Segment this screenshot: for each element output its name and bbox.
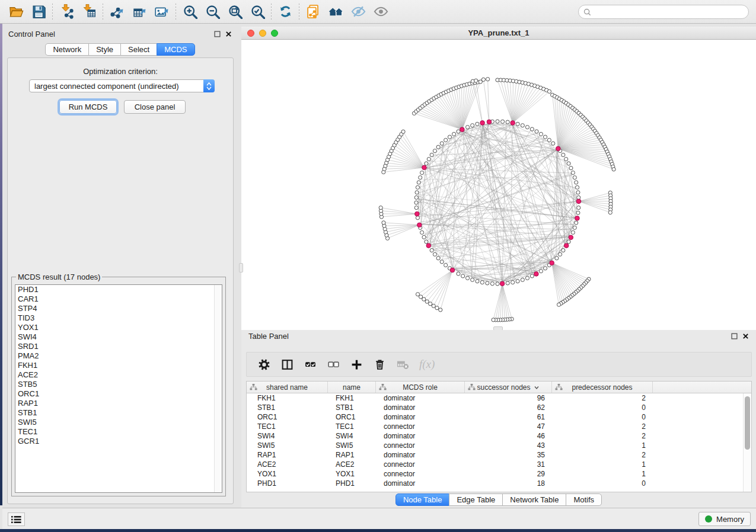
cell-successor-nodes[interactable]: 43 — [465, 441, 552, 450]
cell-predecessor-nodes[interactable]: 0 — [552, 413, 653, 421]
table-scrollbar[interactable] — [743, 393, 751, 492]
table-row[interactable]: SWI5SWI5connector431 — [247, 441, 751, 450]
tab-network-table[interactable]: Network Table — [502, 493, 566, 506]
mcds-node[interactable] — [556, 146, 560, 151]
node[interactable] — [547, 89, 551, 93]
export-table-icon[interactable] — [128, 3, 151, 21]
float-table-panel-icon[interactable] — [731, 333, 738, 339]
node[interactable] — [414, 196, 418, 199]
cell-name[interactable]: SWI4 — [328, 432, 376, 440]
node[interactable] — [436, 145, 440, 149]
table-row[interactable]: TEC1TEC1connector472 — [247, 422, 751, 431]
cell-predecessor-nodes[interactable]: 2 — [552, 394, 653, 402]
cell-shared-name[interactable]: SWI4 — [247, 432, 328, 440]
cell-predecessor-nodes[interactable]: 1 — [552, 441, 653, 450]
node[interactable] — [420, 230, 424, 234]
cell-name[interactable]: ACE2 — [328, 460, 376, 469]
node[interactable] — [422, 235, 426, 239]
mcds-node[interactable] — [480, 121, 485, 126]
close-window-button[interactable] — [247, 30, 254, 37]
node[interactable] — [480, 280, 484, 284]
show-eye-icon[interactable] — [369, 3, 392, 21]
node[interactable] — [439, 308, 442, 312]
cell-MCDS-role[interactable]: dominator — [376, 413, 465, 421]
result-node-item[interactable]: YOX1 — [15, 323, 222, 332]
node[interactable] — [573, 176, 576, 180]
cell-MCDS-role[interactable]: connector — [376, 422, 465, 431]
cell-name[interactable]: ORC1 — [328, 413, 376, 421]
splitter-grip-left[interactable] — [239, 263, 243, 273]
node[interactable] — [521, 124, 524, 127]
node[interactable] — [430, 153, 433, 156]
result-node-item[interactable]: STP4 — [15, 304, 222, 313]
node[interactable] — [425, 300, 429, 303]
node[interactable] — [444, 263, 448, 267]
tab-select[interactable]: Select — [120, 43, 157, 56]
node[interactable] — [471, 124, 474, 127]
result-node-item[interactable]: SWI5 — [15, 418, 222, 427]
node[interactable] — [490, 282, 494, 286]
table-row[interactable]: ACE2ACE2connector311 — [247, 460, 751, 469]
mcds-node[interactable] — [500, 281, 505, 286]
mcds-node[interactable] — [550, 261, 554, 265]
memory-button[interactable]: Memory — [698, 512, 751, 526]
node[interactable] — [492, 318, 495, 322]
node[interactable] — [414, 206, 418, 210]
tab-edge-table[interactable]: Edge Table — [449, 493, 503, 506]
refresh-icon[interactable] — [274, 3, 296, 21]
mcds-node[interactable] — [450, 268, 455, 273]
node[interactable] — [382, 221, 385, 225]
node[interactable] — [564, 157, 568, 161]
cell-MCDS-role[interactable]: connector — [376, 441, 465, 450]
node[interactable] — [427, 157, 430, 161]
mcds-node[interactable] — [511, 121, 515, 126]
cell-successor-nodes[interactable]: 35 — [465, 451, 552, 459]
cell-predecessor-nodes[interactable]: 0 — [552, 403, 653, 412]
cell-name[interactable]: YOX1 — [328, 470, 376, 478]
node[interactable] — [416, 293, 419, 296]
node[interactable] — [567, 240, 570, 243]
node[interactable] — [575, 185, 579, 189]
node[interactable] — [567, 162, 570, 165]
node[interactable] — [430, 248, 433, 252]
node[interactable] — [577, 206, 580, 210]
node[interactable] — [444, 138, 448, 142]
node[interactable] — [547, 138, 551, 142]
node[interactable] — [452, 132, 455, 136]
node[interactable] — [576, 211, 580, 214]
cell-shared-name[interactable]: FKH1 — [247, 394, 328, 402]
cell-predecessor-nodes[interactable]: 2 — [552, 451, 653, 459]
node[interactable] — [555, 257, 559, 260]
table-row[interactable]: YOX1YOX1connector291 — [247, 469, 751, 479]
mcds-result-list[interactable]: PHD1CAR1STP4TID3YOX1SWI4SRD1PMA2FKH1ACE2… — [15, 284, 222, 493]
mcds-node[interactable] — [575, 216, 580, 221]
deselect-all-icon[interactable] — [324, 355, 342, 373]
result-node-item[interactable]: SWI4 — [15, 332, 222, 342]
node[interactable] — [571, 230, 575, 234]
close-panel-button[interactable]: Close panel — [124, 100, 186, 114]
node[interactable] — [425, 162, 428, 165]
import-network-icon[interactable] — [55, 3, 78, 21]
zoom-in-icon[interactable] — [178, 3, 201, 21]
node[interactable] — [465, 276, 469, 280]
cell-MCDS-role[interactable]: connector — [376, 460, 465, 469]
result-list-scrollbar[interactable] — [214, 285, 222, 492]
cell-MCDS-role[interactable]: dominator — [376, 403, 465, 412]
tab-style[interactable]: Style — [88, 43, 121, 56]
node[interactable] — [416, 185, 419, 189]
result-node-item[interactable]: TEC1 — [15, 427, 222, 437]
cell-name[interactable]: PHD1 — [328, 479, 376, 488]
cell-name[interactable]: TEC1 — [328, 422, 376, 431]
float-panel-icon[interactable] — [214, 31, 221, 37]
node[interactable] — [496, 282, 499, 286]
mcds-node[interactable] — [417, 223, 422, 227]
table-row[interactable]: RAP1RAP1dominator352 — [247, 450, 751, 460]
node[interactable] — [414, 201, 418, 204]
hide-eye-icon[interactable] — [347, 3, 369, 21]
result-node-item[interactable]: SRD1 — [15, 342, 222, 351]
column-header-name[interactable]: name — [328, 382, 376, 393]
settings-icon[interactable] — [255, 355, 273, 373]
add-column-icon[interactable] — [347, 355, 365, 373]
node[interactable] — [506, 120, 509, 124]
zoom-out-icon[interactable] — [201, 3, 224, 21]
